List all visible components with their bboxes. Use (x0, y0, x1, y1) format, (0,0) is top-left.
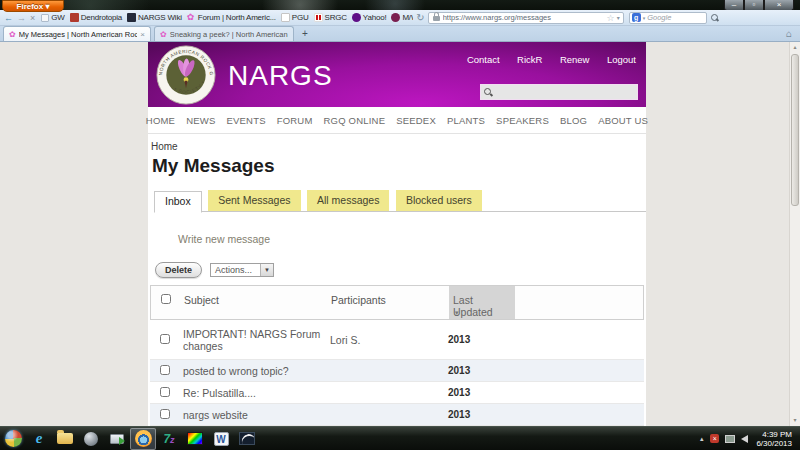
nav-forum[interactable]: FORUM (277, 115, 313, 126)
scroll-down-icon[interactable]: ▾ (790, 415, 800, 426)
write-new-message-link[interactable]: Write new message (178, 233, 270, 245)
start-button[interactable] (0, 428, 26, 450)
flower-icon: ✿ (160, 30, 167, 39)
bookmark-dendrotopia[interactable]: Dendrotopia (70, 13, 122, 22)
site-brand[interactable]: NARGS (228, 60, 333, 92)
taskbar-file-explorer[interactable] (52, 428, 78, 450)
taskbar-image-viewer[interactable] (182, 428, 208, 450)
lock-icon (433, 16, 440, 21)
browser-tab-inactive[interactable]: ✿ Sneaking a peek? | North American R... (154, 26, 294, 41)
back-icon[interactable]: ← (4, 13, 13, 23)
username-link[interactable]: RickR (517, 54, 542, 65)
taskbar-word[interactable]: W (208, 428, 234, 450)
url-dropdown-icon[interactable]: ▾ (617, 14, 620, 21)
tab-all-messages[interactable]: All messages (307, 190, 389, 211)
browser-tab-active[interactable]: ✿ My Messages | North American Rock ... … (3, 26, 151, 41)
taskbar-internet-explorer[interactable]: e (26, 428, 52, 450)
volume-icon[interactable] (741, 435, 748, 443)
delete-button[interactable]: Delete (155, 262, 202, 278)
firefox-menu-button[interactable]: Firefox ▾ (2, 0, 64, 12)
nav-seedex[interactable]: SEEDEX (396, 115, 436, 126)
nav-plants[interactable]: PLANTS (447, 115, 485, 126)
nav-blog[interactable]: BLOG (560, 115, 587, 126)
nav-speakers[interactable]: SPEAKERS (496, 115, 549, 126)
scroll-up-icon[interactable]: ▴ (790, 42, 800, 53)
url-text[interactable]: https://www.nargs.org/messages (443, 13, 605, 22)
bookmark-srgc[interactable]: SRGC (314, 13, 347, 22)
bookmarks-toolbar: GW Dendrotopia NARGS Wiki ✿Forum | North… (41, 13, 413, 22)
message-subject-link[interactable]: nargs website (180, 409, 330, 421)
taskbar-remote-app[interactable] (104, 428, 130, 450)
url-bar[interactable]: https://www.nargs.org/messages ☆ ▾ (428, 12, 624, 24)
google-icon[interactable]: g (632, 13, 641, 22)
tab-blocked-users[interactable]: Blocked users (396, 190, 482, 211)
message-subject-link[interactable]: Re: Pulsatilla.... (180, 387, 330, 399)
home-icon[interactable]: ⌂ (786, 28, 792, 39)
breadcrumb[interactable]: Home (151, 141, 178, 152)
bookmark-nargs-wiki[interactable]: NARGS Wiki (127, 13, 182, 22)
search-bar[interactable]: g ▾ Google (629, 12, 707, 24)
bookmark-pgu[interactable]: PGU (281, 13, 309, 22)
page-scrollbar[interactable]: ▴ ▾ (789, 42, 800, 426)
network-icon[interactable] (725, 435, 735, 443)
new-tab-button[interactable]: + (297, 28, 313, 41)
tab-inbox[interactable]: Inbox (154, 191, 202, 213)
bookmark-favicon (352, 13, 361, 22)
actions-dropdown[interactable]: Actions... ▼ (210, 263, 274, 277)
header-last-updated[interactable]: Last Updated ▾ (449, 286, 515, 319)
renew-link[interactable]: Renew (560, 54, 590, 65)
row-checkbox[interactable] (160, 334, 170, 344)
taskbar-7zip[interactable]: 7z (156, 428, 182, 450)
star-icon[interactable]: ☆ (607, 13, 615, 23)
nav-news[interactable]: NEWS (186, 115, 215, 126)
site-search-box[interactable] (480, 84, 638, 100)
header-participants: Participants (331, 286, 449, 319)
message-controls: Delete Actions... ▼ (155, 262, 646, 278)
bookmark-favicon (41, 14, 49, 22)
row-checkbox[interactable] (160, 365, 170, 375)
nav-home[interactable]: HOME (146, 115, 175, 126)
message-last-updated: 2013 (448, 334, 514, 345)
message-subject-link[interactable]: posted to wrong topic? (180, 365, 330, 377)
firefox-icon (135, 430, 152, 447)
monitor-icon (110, 434, 124, 444)
bookmark-yahoo[interactable]: Yahoo! (352, 13, 387, 22)
taskbar-photo-editor[interactable] (234, 428, 260, 450)
clock-time: 4:39 PM (756, 430, 792, 439)
contact-link[interactable]: Contact (467, 54, 500, 65)
search-placeholder: Google (647, 13, 671, 22)
nav-about-us[interactable]: ABOUT US (598, 115, 648, 126)
close-tab-icon[interactable]: × (140, 30, 145, 39)
tab-sent-messages[interactable]: Sent Messages (208, 190, 300, 211)
chevron-down-icon: ▾ (45, 2, 49, 11)
taskbar-firefox-active[interactable] (130, 428, 156, 450)
search-engine-dropdown-icon[interactable]: ▾ (643, 15, 646, 21)
row-checkbox[interactable] (160, 409, 170, 419)
logout-link[interactable]: Logout (607, 54, 636, 65)
action-center-icon[interactable]: × (710, 434, 719, 443)
stop-icon[interactable]: × (30, 13, 35, 23)
message-tabs: Inbox Sent Messages All messages Blocked… (154, 190, 646, 212)
message-participants[interactable]: Lori S. (330, 334, 448, 346)
select-all-checkbox[interactable] (161, 294, 171, 304)
search-icon[interactable] (711, 14, 718, 21)
taskbar-clock[interactable]: 4:39 PM 6/30/2013 (756, 430, 800, 448)
taskbar-globe-app[interactable] (78, 428, 104, 450)
search-icon (484, 88, 492, 96)
tray-expand-icon[interactable]: ▴ (700, 435, 704, 443)
rainbow-icon (187, 432, 203, 445)
scrollbar-thumb[interactable] (791, 54, 799, 206)
bookmark-mw[interactable]: M/W (391, 13, 413, 22)
bookmark-gw[interactable]: GW (41, 13, 64, 22)
site-search-input[interactable] (495, 87, 634, 97)
bookmark-label: NARGS Wiki (138, 13, 182, 22)
nav-rgq-online[interactable]: RGQ ONLINE (324, 115, 386, 126)
forward-icon[interactable]: → (17, 13, 26, 23)
nav-events[interactable]: EVENTS (226, 115, 265, 126)
nargs-logo[interactable]: NORTH AMERICAN ROCK GARDEN • SOCIETY • (156, 45, 216, 105)
bookmark-forum[interactable]: ✿Forum | North Americ... (187, 13, 276, 22)
ie-icon: e (36, 430, 43, 447)
row-checkbox[interactable] (160, 387, 170, 397)
refresh-icon[interactable]: ↻ (416, 12, 424, 23)
message-subject-link[interactable]: IMPORTANT! NARGS Forum changes (180, 328, 330, 352)
